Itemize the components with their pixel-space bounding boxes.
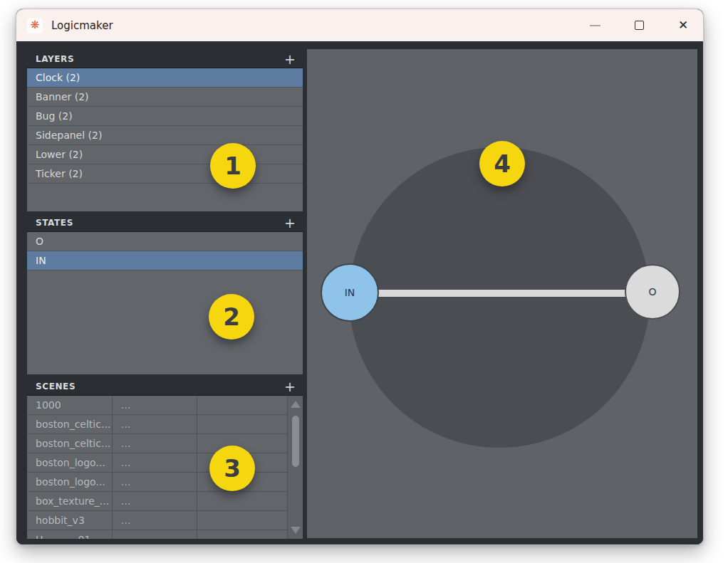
maximize-button[interactable] xyxy=(630,17,648,34)
states-list: O IN xyxy=(27,232,303,374)
scene-menu-cell[interactable]: ... xyxy=(113,453,197,472)
scene-menu-cell[interactable]: ... xyxy=(113,434,197,453)
scene-name[interactable]: 1000 xyxy=(27,396,113,414)
scroll-up-icon[interactable] xyxy=(291,401,301,408)
layer-item-bug[interactable]: Bug (2) xyxy=(27,107,303,126)
state-item-o[interactable]: O xyxy=(27,232,303,251)
scenes-panel-header: SCENES + xyxy=(27,378,303,396)
scene-row[interactable]: box_texture_... ... xyxy=(27,492,287,511)
scene-name[interactable]: boston_celtic... xyxy=(27,434,113,453)
add-state-button[interactable]: + xyxy=(284,216,296,230)
layer-item-clock[interactable]: Clock (2) xyxy=(27,68,303,88)
annotation-badge-3: 3 xyxy=(209,446,255,491)
scene-name[interactable]: boston_logo... xyxy=(27,473,113,491)
scene-extra-cell[interactable] xyxy=(197,492,287,510)
scene-menu-cell[interactable]: ... xyxy=(113,396,197,414)
layers-list: Clock (2) Banner (2) Bug (2) Sidepanel (… xyxy=(27,68,303,211)
scene-name[interactable]: boston_logo... xyxy=(27,453,113,472)
scene-extra-cell[interactable] xyxy=(197,415,287,433)
scene-name[interactable]: hobbit_v3 xyxy=(27,511,113,530)
scenes-scrollbar[interactable] xyxy=(287,396,303,539)
layer-item-lower[interactable]: Lower (2) xyxy=(27,145,303,164)
scene-menu-cell[interactable]: ... xyxy=(113,492,197,510)
state-graph-canvas[interactable]: IN O xyxy=(307,49,697,538)
annotation-badge-1: 1 xyxy=(210,143,256,189)
state-boundary-circle xyxy=(349,147,650,448)
titlebar[interactable]: ❋ Logicmaker ✕ xyxy=(16,9,703,41)
scene-extra-cell[interactable] xyxy=(197,511,287,530)
scene-name[interactable]: H_______01 xyxy=(27,530,113,539)
close-icon: ✕ xyxy=(678,19,688,31)
minimize-icon xyxy=(590,25,600,26)
scene-extra-cell[interactable] xyxy=(197,396,287,414)
layers-panel-header: LAYERS + xyxy=(27,51,303,68)
layers-panel-title: LAYERS xyxy=(36,54,74,64)
annotation-badge-4: 4 xyxy=(479,141,525,186)
asterisk-icon: ❋ xyxy=(31,20,40,31)
layer-item-banner[interactable]: Banner (2) xyxy=(27,88,303,107)
edge-line[interactable] xyxy=(350,289,652,298)
scene-menu-cell[interactable]: ... xyxy=(113,473,197,491)
state-item-in[interactable]: IN xyxy=(27,251,303,270)
window-title: Logicmaker xyxy=(51,19,113,32)
scene-row-clipped[interactable]: H_______01 xyxy=(27,530,287,539)
window-controls: ✕ xyxy=(586,9,692,41)
minimize-button[interactable] xyxy=(586,17,603,34)
annotation-badge-2: 2 xyxy=(209,294,254,340)
states-panel-header: STATES + xyxy=(27,214,303,232)
node-in[interactable]: IN xyxy=(321,263,379,322)
scene-row[interactable]: boston_celtic... ... xyxy=(27,415,287,434)
add-scene-button[interactable]: + xyxy=(284,380,296,394)
scene-name[interactable]: box_texture_... xyxy=(27,492,113,510)
maximize-icon xyxy=(635,21,644,30)
scene-menu-cell[interactable]: ... xyxy=(113,415,197,433)
node-out-label: O xyxy=(648,286,656,298)
scene-row[interactable]: boston_celtic... ... xyxy=(27,434,287,453)
scene-menu-cell[interactable] xyxy=(113,530,197,539)
scenes-panel-title: SCENES xyxy=(36,382,76,391)
scrollbar-thumb[interactable] xyxy=(292,416,299,467)
node-out[interactable]: O xyxy=(625,264,680,320)
app-window: ❋ Logicmaker ✕ LAYERS + Clock (2) Banner… xyxy=(16,9,704,545)
scene-name[interactable]: boston_celtic... xyxy=(27,415,113,433)
layer-item-ticker[interactable]: Ticker (2) xyxy=(27,164,303,184)
states-panel-title: STATES xyxy=(36,218,73,228)
main-content: LAYERS + Clock (2) Banner (2) Bug (2) Si… xyxy=(16,41,704,545)
scene-row[interactable]: hobbit_v3 ... xyxy=(27,511,287,530)
scroll-down-icon[interactable] xyxy=(291,527,301,534)
close-button[interactable]: ✕ xyxy=(675,17,692,34)
scene-row[interactable]: 1000 ... xyxy=(27,396,287,415)
scene-extra-cell[interactable] xyxy=(197,530,287,539)
app-icon: ❋ xyxy=(27,18,43,33)
layer-item-sidepanel[interactable]: Sidepanel (2) xyxy=(27,126,303,145)
node-in-label: IN xyxy=(345,287,355,298)
scenes-region: 1000 ... boston_celtic... ... boston_cel… xyxy=(27,396,303,539)
add-layer-button[interactable]: + xyxy=(284,53,296,66)
scene-menu-cell[interactable]: ... xyxy=(113,511,197,530)
